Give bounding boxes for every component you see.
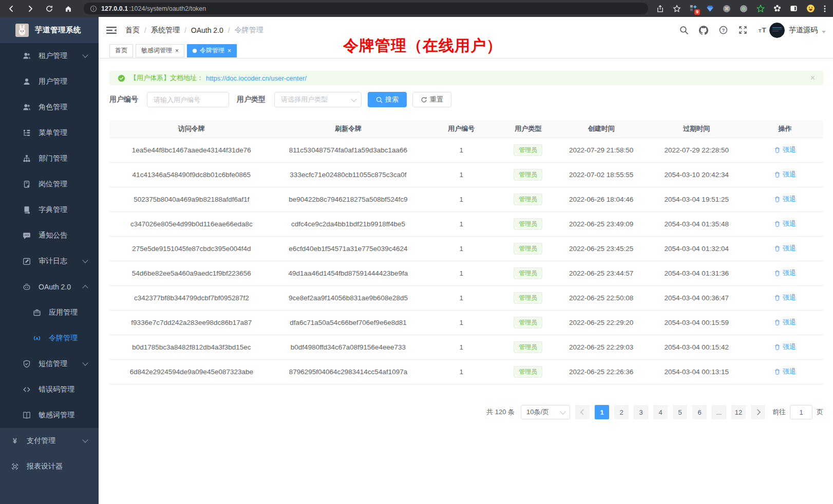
green-star-icon[interactable]	[756, 5, 765, 13]
user-id-input[interactable]	[147, 92, 229, 107]
sidebar-header[interactable]: 芋道管理系统	[0, 17, 99, 43]
close-icon[interactable]: ×	[175, 48, 179, 54]
sidebar-item-15[interactable]: ¥支付管理	[0, 428, 99, 454]
sidebar-item-14[interactable]: 敏感词管理	[0, 402, 99, 428]
sidebar-item-4[interactable]: 部门管理	[0, 146, 99, 171]
page-button-2[interactable]: 2	[614, 405, 629, 419]
user-type-cell: 管理员	[500, 187, 556, 212]
flower-icon[interactable]	[773, 5, 781, 12]
breadcrumb-item-2[interactable]: OAuth 2.0	[191, 26, 223, 34]
tab-1[interactable]: 敏感词管理×	[136, 44, 184, 57]
svg-text:T: T	[762, 26, 767, 34]
share-icon[interactable]	[656, 5, 664, 13]
create-time-cell: 2022-07-02 18:55:55	[556, 163, 646, 187]
page-button-3[interactable]: 3	[634, 405, 648, 419]
expire-time-cell: 2054-03-04 01:32:04	[646, 237, 747, 261]
trash-icon	[774, 295, 781, 301]
access-token-value: c347026e805e4d99b0d116eae66eda8c	[130, 220, 253, 228]
sidebar-item-5[interactable]: 岗位管理	[0, 171, 99, 197]
help-icon[interactable]: ?	[719, 26, 728, 34]
force-logout-button[interactable]: 强退	[774, 170, 796, 179]
sidebar-item-16[interactable]: 报表设计器	[0, 454, 99, 479]
avatar	[769, 23, 785, 38]
breadcrumb-item-1[interactable]: 系统管理	[151, 26, 180, 35]
expire-time-value: 2054-03-04 19:51:25	[665, 196, 729, 203]
force-logout-button[interactable]: 强退	[774, 219, 796, 228]
sidebar-item-2[interactable]: 角色管理	[0, 94, 99, 120]
refresh-token-cell: b0df4980ffd34c67a08f9156e4eee733	[274, 335, 423, 360]
record-circle-icon[interactable]	[740, 5, 748, 13]
gem-icon[interactable]	[706, 5, 714, 12]
close-icon[interactable]: ×	[228, 48, 231, 54]
chevron-down-icon	[82, 360, 88, 365]
expire-time-value: 2054-03-04 01:35:48	[665, 220, 729, 228]
info-icon[interactable]	[90, 5, 97, 12]
page-size-select[interactable]: 10条/页	[521, 405, 570, 419]
next-page-button[interactable]	[751, 405, 765, 419]
close-icon[interactable]: ×	[810, 74, 815, 82]
breadcrumb-item-0[interactable]: 首页	[125, 26, 140, 35]
emoji-icon[interactable]	[806, 4, 815, 13]
user-type-cell: 管理员	[500, 138, 556, 163]
sidebar-item-13[interactable]: 错误码管理	[0, 377, 99, 402]
sidebar-item-8[interactable]: 审计日志	[0, 248, 99, 274]
sidebar-item-0[interactable]: 租户管理	[0, 43, 99, 69]
page-button-4[interactable]: 4	[653, 405, 668, 419]
force-logout-button[interactable]: 强退	[774, 244, 796, 253]
force-logout-button[interactable]: 强退	[774, 367, 796, 376]
sidebar-item-3[interactable]: 菜单管理	[0, 120, 99, 146]
user-menu[interactable]: 芋道源码	[769, 23, 826, 38]
sidebar-item-6[interactable]: 字典管理	[0, 197, 99, 223]
back-icon[interactable]	[7, 5, 15, 13]
pager-ellipsis[interactable]: ...	[712, 405, 726, 419]
menu-kebab-icon[interactable]	[824, 5, 826, 13]
sidebar-item-7[interactable]: 通知公告	[0, 223, 99, 248]
force-logout-button[interactable]: 强退	[774, 145, 796, 154]
refresh-token-cell: e6cfd40eb1f54571a31e775e039c4624	[274, 237, 423, 261]
page-button-12[interactable]: 12	[731, 405, 746, 419]
search-icon[interactable]	[679, 26, 688, 34]
menu-item-label: 报表设计器	[27, 462, 63, 471]
reset-button[interactable]: 重置	[412, 92, 451, 107]
force-logout-button[interactable]: 强退	[774, 318, 796, 327]
sidebar-item-9[interactable]: OAuth 2.0	[0, 274, 99, 300]
force-logout-button[interactable]: 强退	[774, 195, 796, 204]
font-size-icon[interactable]: TT	[758, 26, 768, 34]
sidebar-item-1[interactable]: 用户管理	[0, 69, 99, 94]
menu-item-label: 用户管理	[39, 77, 67, 86]
user-id-value: 1	[460, 343, 464, 351]
force-logout-button[interactable]: 强退	[774, 293, 796, 302]
reading-panel-icon[interactable]	[790, 5, 798, 12]
sidebar-item-12[interactable]: 短信管理	[0, 351, 99, 377]
tab-2[interactable]: 令牌管理×	[187, 44, 237, 57]
github-icon[interactable]	[699, 26, 708, 35]
svg-text:¥: ¥	[13, 437, 17, 445]
user-type-select[interactable]: 请选择用户类型	[274, 92, 362, 107]
expire-time-cell: 2054-03-04 00:36:47	[646, 286, 747, 311]
prev-page-button[interactable]	[575, 405, 590, 419]
jump-page-input[interactable]	[790, 405, 812, 419]
reload-icon[interactable]	[45, 5, 53, 13]
bookmark-star-icon[interactable]	[673, 5, 681, 13]
command-circle-icon[interactable]: ⌘	[723, 5, 731, 13]
tab-0[interactable]: 首页	[109, 44, 133, 57]
page-button-5[interactable]: 5	[673, 405, 687, 419]
sidebar-item-11[interactable]: A令牌管理	[0, 325, 99, 351]
fullscreen-icon[interactable]	[739, 26, 747, 34]
alert-doc-link[interactable]: https://doc.iocoder.cn/user-center/	[206, 74, 307, 82]
sidebar-item-10[interactable]: 应用管理	[0, 300, 99, 325]
page-button-1[interactable]: 1	[595, 405, 609, 419]
table-row: 54d6be82ee5a460a9aedc1f9bf22365649d1aa46…	[109, 261, 823, 286]
forward-icon[interactable]	[26, 5, 34, 13]
address-bar[interactable]: 127.0.0.1:1024/system/oauth2/token	[84, 3, 648, 14]
search-button[interactable]: 搜索	[368, 92, 407, 107]
screen: 127.0.0.1:1024/system/oauth2/token 9⌘ 芋道…	[0, 0, 833, 504]
force-logout-button[interactable]: 强退	[774, 342, 796, 352]
sidebar-collapse-icon[interactable]	[106, 26, 117, 34]
post-icon	[23, 180, 31, 188]
force-logout-button[interactable]: 强退	[774, 268, 796, 278]
page-button-6[interactable]: 6	[692, 405, 707, 419]
home-icon[interactable]	[64, 5, 72, 13]
extensions-badge-icon[interactable]: 9	[690, 5, 697, 12]
menu-item-label: OAuth 2.0	[39, 283, 71, 291]
